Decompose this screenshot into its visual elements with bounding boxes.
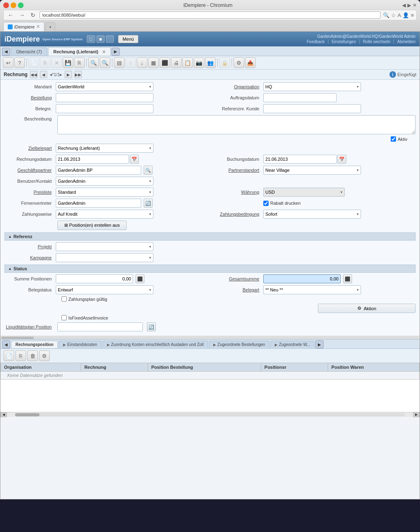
bestellung-input[interactable]	[56, 93, 153, 102]
tb-save[interactable]: 💾	[63, 57, 73, 68]
zahlungsplan-checkbox[interactable]	[61, 296, 67, 302]
logo-icon-btn-2[interactable]: ■	[96, 35, 105, 43]
tab-rechnung-lieferant[interactable]: Rechnung (Lieferant) ✕	[48, 47, 111, 56]
tb-clipboard[interactable]: 📋	[182, 57, 193, 68]
liquiditaetsplan-action-btn[interactable]: 🔄	[147, 322, 156, 331]
tb-settings[interactable]: ⚙	[234, 57, 244, 68]
tb-screenshot[interactable]: 📷	[194, 57, 204, 68]
tb-undo[interactable]: ↩	[3, 57, 13, 68]
scrollbar-track[interactable]	[15, 413, 405, 416]
tb-refresh[interactable]: ⎘	[74, 57, 85, 68]
tb-users[interactable]: 👥	[205, 57, 216, 68]
auftragsdatum-input[interactable]	[263, 93, 337, 102]
browser-close-btn[interactable]	[3, 2, 9, 8]
mandant-select[interactable]: GardenWorld	[56, 82, 153, 91]
browser-close-x[interactable]: ✕	[413, 2, 417, 8]
nav-collapse-left[interactable]: ◀	[2, 48, 10, 56]
url-bar[interactable]	[39, 11, 381, 19]
dt-settings-btn[interactable]: ⚙	[39, 350, 50, 361]
bestellung-label[interactable]: Bestellung	[4, 95, 53, 100]
scrollbar-thumb[interactable]	[15, 413, 39, 416]
tb-lock[interactable]: 🔒	[219, 57, 230, 68]
einstellungen-link[interactable]: Einstellungen	[332, 39, 360, 44]
tab-close-btn[interactable]: ✕	[36, 24, 40, 29]
logo-icon-btn-1[interactable]: □	[87, 35, 95, 43]
tb-export[interactable]: 📤	[245, 57, 256, 68]
tb-grid[interactable]: ▤	[114, 57, 125, 68]
tb-copy[interactable]: ⎘	[40, 57, 50, 68]
dt-new-btn[interactable]: 📄	[4, 350, 14, 361]
zahlungsbedingung-select[interactable]: Sofort	[263, 210, 361, 219]
rechnungsdatum-cal-btn[interactable]: 📅	[130, 155, 139, 164]
forward-button[interactable]: →	[18, 11, 26, 19]
buchungsdatum-cal-btn[interactable]: 📅	[337, 155, 346, 164]
gesamtsumme-input[interactable]	[263, 274, 341, 283]
beschreibung-textarea[interactable]	[57, 115, 416, 134]
belegart-select[interactable]: ** Neu **	[263, 285, 361, 294]
isfixed-checkbox[interactable]	[61, 315, 67, 320]
kampagne-label[interactable]: Kampagne	[4, 255, 53, 260]
form-scrollbar[interactable]	[1, 337, 419, 339]
tb-print[interactable]: 🖨	[171, 57, 182, 68]
back-button[interactable]: ←	[6, 11, 15, 19]
waehrung-select[interactable]: USD	[263, 188, 345, 197]
tb-find2[interactable]: 🔍	[100, 57, 110, 68]
liquiditaetsplan-input[interactable]	[57, 322, 143, 331]
kampagne-select[interactable]	[56, 253, 153, 262]
record-first-btn[interactable]: ◀◀	[30, 71, 37, 78]
summe-input[interactable]	[56, 274, 133, 283]
form-scrollbar-thumb[interactable]	[1, 337, 34, 339]
record-last-btn[interactable]: ▶▶	[74, 71, 82, 78]
dt-refresh-btn[interactable]: ⎘	[15, 350, 26, 361]
geschaeftspartner-label[interactable]: Geschäftspartner	[4, 168, 53, 173]
zielbelegart-label[interactable]: Zielbelegart	[4, 146, 53, 151]
rolle-wechseln-link[interactable]: Rolle wechseln	[363, 39, 394, 44]
logo-dropdown[interactable]	[106, 35, 114, 43]
rechnungsdatum-input[interactable]	[56, 155, 129, 164]
tb-help[interactable]: ?	[14, 57, 25, 68]
tb-detail[interactable]: ▦	[148, 57, 159, 68]
browser-max-btn[interactable]	[18, 2, 24, 8]
firmenvertreter-input[interactable]	[56, 199, 141, 208]
aktion-btn[interactable]: ⚙ Aktion	[318, 304, 416, 313]
tab-overview[interactable]: Übersicht (7)	[11, 47, 47, 56]
buchungsdatum-input[interactable]	[263, 155, 337, 164]
projekt-label[interactable]: Projekt	[4, 244, 53, 249]
zahlungsweise-select[interactable]: Auf Kredit	[56, 210, 153, 219]
referenz-section-header[interactable]: ▲ Referenz	[4, 232, 416, 241]
browser-nav-forward[interactable]: ▶	[407, 2, 411, 8]
bottom-tab-einstandskosten[interactable]: ▶ Einstandskosten	[59, 341, 101, 348]
browser-nav-back[interactable]: ◀	[402, 2, 406, 8]
bottom-tabs-collapse-left[interactable]: ◀	[2, 340, 10, 348]
nav-collapse-right[interactable]: ▶	[112, 48, 120, 56]
gesamtsumme-label[interactable]: Gesamtsumme	[212, 276, 261, 281]
tab-active-close[interactable]: ✕	[102, 50, 105, 54]
belegart-label[interactable]: Belegart	[212, 287, 261, 292]
abmelden-link[interactable]: Abmelden	[397, 39, 416, 44]
bottom-tab-zuordnung[interactable]: ▶ Zuordnung Kosten einschließlich Auslad…	[103, 341, 208, 348]
bottom-tabs-collapse-right[interactable]: ▶	[315, 340, 324, 348]
browser-min-btn[interactable]	[11, 2, 16, 8]
tb-new[interactable]: 📄	[28, 57, 39, 68]
record-next-btn[interactable]: ▶	[65, 71, 72, 78]
zielbelegart-select[interactable]: Rechnung (Lieferant)	[56, 144, 153, 153]
rabatt-checkbox[interactable]	[263, 201, 269, 206]
tb-delete[interactable]: ✕	[51, 57, 62, 68]
zahlungsbedingung-label[interactable]: Zahlungsbedingung	[212, 212, 261, 217]
referenznr-input[interactable]	[263, 104, 361, 113]
bottom-tab-bestellungen[interactable]: ▶ Zugeordnete Bestellungen	[209, 341, 269, 348]
scrollbar-left-btn[interactable]: ◀	[0, 412, 7, 417]
waehrung-label[interactable]: Währung	[212, 190, 261, 195]
preisliste-select[interactable]: Standard	[56, 188, 153, 197]
tb-up[interactable]: ↑	[125, 57, 136, 68]
record-prev-btn[interactable]: ◀	[40, 71, 47, 78]
tb-attachment[interactable]: ⬛	[160, 57, 170, 68]
benutzer-select[interactable]: GardenAdmin	[56, 177, 153, 186]
scrollbar-right-btn[interactable]: ▶	[413, 412, 420, 417]
partnerstandort-select[interactable]: Near Village	[263, 166, 361, 175]
belegnr-input[interactable]	[56, 104, 153, 113]
preisliste-label[interactable]: Preisliste	[4, 190, 53, 195]
geschaeftspartner-input[interactable]	[56, 166, 141, 175]
geschaeftspartner-search-btn[interactable]: 🔍	[144, 166, 153, 175]
bottom-tab-zugeordnete-w[interactable]: ▶ Zugeordnete W...	[270, 341, 315, 348]
